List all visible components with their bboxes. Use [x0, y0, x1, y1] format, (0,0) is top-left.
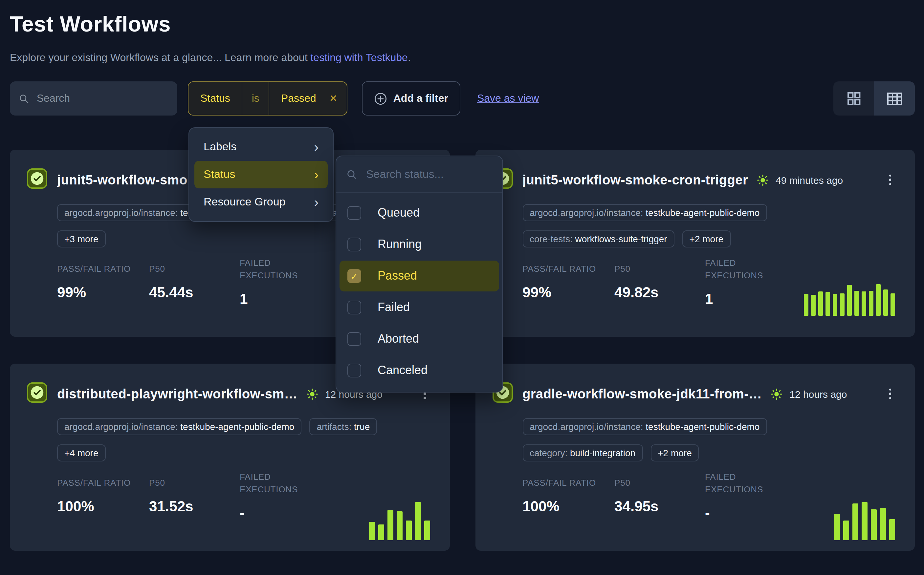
checkbox[interactable]: ✓: [347, 238, 361, 251]
card-stats: PASS/FAIL RATIO100% P5031.52s FAILED EXE…: [57, 477, 430, 550]
execution-bar[interactable]: [369, 522, 375, 540]
execution-bar[interactable]: [847, 285, 852, 316]
last-run-time: 12 hours ago: [789, 388, 847, 399]
execution-bar[interactable]: [891, 294, 895, 316]
app-window: Test Workflows Explore your existing Wor…: [0, 0, 924, 575]
search-box[interactable]: [10, 81, 177, 116]
search-icon: [19, 93, 29, 104]
label-chip: artifacts: true: [309, 418, 377, 435]
execution-bar[interactable]: [869, 291, 873, 316]
status-option-passed[interactable]: ✓Passed: [340, 260, 499, 291]
workflow-name[interactable]: gradle-workflow-smoke-jdk11-from-…: [522, 386, 762, 401]
status-option-canceled[interactable]: ✓Canceled: [340, 355, 499, 386]
execution-bar[interactable]: [396, 511, 402, 540]
execution-bar[interactable]: [406, 521, 412, 540]
more-labels-chip[interactable]: +2 more: [650, 445, 699, 461]
card-stats: PASS/FAIL RATIO100% P5034.95s FAILED EXE…: [522, 477, 895, 550]
stat-value-ratio: 99%: [57, 284, 149, 301]
menu-item-labels[interactable]: Labels›: [194, 133, 328, 161]
checkbox[interactable]: ✓: [347, 269, 361, 283]
stat-label-p50: P50: [614, 263, 705, 276]
workflow-card[interactable]: gradle-workflow-smoke-jdk11-from-… 12 ho…: [475, 364, 915, 551]
execution-bar[interactable]: [862, 502, 868, 540]
passed-status-icon: [27, 168, 47, 192]
status-option-label: Aborted: [378, 332, 419, 346]
executions-bar-chart[interactable]: [369, 502, 430, 540]
execution-bar[interactable]: [387, 510, 393, 540]
workflow-name[interactable]: junit5-workflow-smoke-cron-trigger: [522, 172, 748, 187]
filter-operator[interactable]: is: [243, 82, 269, 115]
execution-bar[interactable]: [804, 294, 808, 316]
search-input[interactable]: [35, 92, 168, 105]
stat-label-p50: P50: [614, 477, 705, 490]
more-labels-chip[interactable]: +3 more: [57, 230, 106, 248]
cron-schedule-icon: [307, 388, 318, 399]
status-option-queued[interactable]: ✓Queued: [340, 198, 499, 229]
passed-status-icon: [27, 382, 47, 406]
kebab-menu-icon[interactable]: [885, 386, 895, 402]
stat-label-p50: P50: [149, 263, 240, 276]
checkbox[interactable]: ✓: [347, 364, 361, 377]
status-option-aborted[interactable]: ✓Aborted: [340, 324, 499, 354]
status-search-box[interactable]: [336, 156, 503, 193]
executions-bar-chart[interactable]: [834, 502, 895, 540]
execution-bar[interactable]: [876, 284, 881, 316]
stat-value-p50: 34.95s: [614, 498, 705, 515]
save-as-view-link[interactable]: Save as view: [477, 81, 539, 116]
workflow-card[interactable]: junit5-workflow-smoke-cron-trigger 49 mi…: [475, 150, 915, 337]
label-chips: argocd.argoproj.io/instance: testkube-ag…: [522, 204, 894, 248]
filter-field[interactable]: Status: [188, 82, 242, 115]
workflow-name[interactable]: junit5-workflow-smo: [57, 172, 188, 187]
cron-schedule-icon: [757, 174, 768, 186]
add-filter-label: Add a filter: [393, 92, 448, 104]
execution-bar[interactable]: [424, 521, 430, 540]
menu-item-status[interactable]: Status›: [194, 161, 328, 188]
kebab-menu-icon[interactable]: [885, 172, 895, 188]
view-toggle: [833, 81, 915, 116]
filter-value[interactable]: Passed: [269, 82, 328, 115]
status-option-running[interactable]: ✓Running: [340, 229, 499, 260]
execution-bar[interactable]: [871, 509, 877, 540]
execution-bar[interactable]: [880, 508, 886, 540]
grid-view-icon: [847, 92, 860, 105]
execution-bar[interactable]: [415, 502, 421, 540]
stat-label-p50: P50: [149, 477, 240, 490]
grid-view-button[interactable]: [833, 81, 874, 116]
add-filter-button[interactable]: Add a filter: [362, 81, 461, 116]
menu-item-resource-group[interactable]: Resource Group›: [194, 188, 328, 216]
plus-circle-icon: [374, 92, 387, 105]
stat-value-failed: -: [240, 504, 338, 521]
more-labels-chip[interactable]: +2 more: [682, 230, 731, 248]
execution-bar[interactable]: [378, 524, 384, 540]
table-view-button[interactable]: [874, 81, 915, 116]
execution-bar[interactable]: [843, 521, 849, 540]
execution-bar[interactable]: [818, 291, 823, 316]
docs-link[interactable]: testing with Testkube: [310, 52, 407, 63]
label-chip: argocd.argoproj.io/instance: testkube-ag…: [522, 204, 767, 221]
label-chip: core-tests: workflows-suite-trigger: [522, 230, 674, 248]
execution-bar[interactable]: [854, 291, 859, 316]
execution-bar[interactable]: [811, 295, 816, 316]
stat-label-ratio: PASS/FAIL RATIO: [522, 477, 614, 490]
status-option-failed[interactable]: ✓Failed: [340, 292, 499, 323]
execution-bar[interactable]: [883, 289, 888, 316]
execution-bar[interactable]: [834, 514, 840, 540]
workflow-name[interactable]: distributed-playwright-workflow-sm…: [57, 386, 297, 401]
execution-bar[interactable]: [889, 519, 895, 540]
checkbox[interactable]: ✓: [347, 206, 361, 220]
stat-label-failed: FAILED EXECUTIONS: [705, 471, 765, 496]
execution-bar[interactable]: [833, 294, 837, 316]
remove-filter-icon[interactable]: ✕: [328, 82, 347, 115]
more-labels-chip[interactable]: +4 more: [57, 445, 106, 461]
execution-bar[interactable]: [825, 292, 830, 316]
checkbox[interactable]: ✓: [347, 332, 361, 346]
stat-label-failed: FAILED EXECUTIONS: [240, 471, 300, 496]
label-chip: category: build-integration: [522, 445, 643, 461]
subtitle-period: .: [408, 52, 411, 63]
execution-bar[interactable]: [862, 291, 866, 316]
executions-bar-chart[interactable]: [804, 284, 895, 316]
checkbox[interactable]: ✓: [347, 301, 361, 315]
execution-bar[interactable]: [840, 294, 844, 316]
status-search-input[interactable]: [365, 167, 492, 181]
execution-bar[interactable]: [852, 504, 858, 540]
